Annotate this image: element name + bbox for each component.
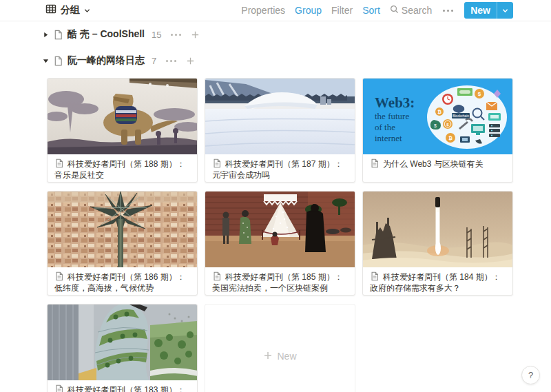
card-title: 科技爱好者周刊（第 187 期）：元宇宙会成功吗 (205, 154, 355, 182)
help-button[interactable]: ? (521, 366, 540, 384)
sort-button[interactable]: Sort (362, 5, 380, 16)
collapse-toggle-icon[interactable] (39, 54, 52, 67)
svg-text:Blockchain: Blockchain (453, 114, 469, 118)
view-title: 分组 (61, 4, 80, 17)
card-title: 科技爱好者周刊（第 186 期）：低纬度，高海拔，气候优势 (48, 267, 197, 295)
group-button[interactable]: Group (295, 5, 322, 16)
view-toolbar: Properties Group Filter Sort Search New (241, 2, 513, 19)
group-add-icon[interactable] (186, 56, 195, 65)
properties-button[interactable]: Properties (241, 5, 285, 16)
card-cover-city-star (48, 192, 197, 267)
question-mark-icon: ? (528, 370, 533, 380)
card-issue-188[interactable]: 科技爱好者周刊（第 188 期）：音乐是反社交 (47, 78, 198, 183)
chevron-down-icon (84, 4, 90, 17)
card-title: 科技爱好者周刊（第 185 期）：美国宪法拍卖，一个区块链案例 (205, 267, 355, 295)
group-row-coolshell: 酷 壳 – CoolShell 15 (39, 25, 551, 43)
plus-icon (263, 351, 273, 362)
card-cover-web3: $ ₿ Blockchain $ $ ₿ (363, 79, 512, 154)
card-issue-186[interactable]: 科技爱好者周刊（第 186 期）：低纬度，高海拔，气候优势 (47, 191, 198, 296)
card-issue-187[interactable]: 科技爱好者周刊（第 187 期）：元宇宙会成功吗 (205, 78, 355, 183)
group-list: 酷 壳 – CoolShell 15 阮一峰的网络日志 7 (0, 21, 551, 70)
svg-text:₿: ₿ (437, 110, 441, 114)
more-icon[interactable] (441, 8, 455, 13)
svg-text:the future: the future (375, 111, 409, 121)
group-row-ruanyifeng: 阮一峰的网络日志 7 (39, 52, 551, 70)
svg-text:₿: ₿ (448, 136, 453, 141)
card-issue-184[interactable]: 科技爱好者周刊（第 184 期）：政府的存储需求有多大？ (362, 191, 513, 296)
card-cover-plaza-tent (205, 192, 355, 267)
filter-button[interactable]: Filter (331, 5, 353, 16)
svg-text:of the: of the (375, 122, 395, 132)
new-card-button[interactable]: New (205, 304, 355, 392)
card-cover-snow-building (205, 79, 355, 154)
svg-text:$: $ (478, 91, 481, 97)
card-title: 为什么 Web3 与区块链有关 (363, 154, 512, 174)
table-view-icon (45, 3, 56, 17)
card-web3[interactable]: $ ₿ Blockchain $ $ ₿ (362, 78, 513, 183)
svg-text:Web3:: Web3: (375, 94, 415, 111)
card-title: 科技爱好者周刊（第 183 期）：腾讯的员工退休福利 (48, 380, 197, 392)
page-icon (53, 30, 63, 40)
card-title: 科技爱好者周刊（第 188 期）：音乐是反社交 (48, 154, 197, 182)
view-header: 分组 Properties Group Filter Sort Search N… (0, 0, 551, 21)
view-switcher[interactable]: 分组 (45, 3, 90, 17)
new-dropdown-button[interactable] (497, 8, 513, 14)
gallery-grid: 科技爱好者周刊（第 188 期）：音乐是反社交 (47, 78, 551, 392)
card-issue-183[interactable]: 科技爱好者周刊（第 183 期）：腾讯的员工退休福利 (47, 304, 198, 392)
group-title: 阮一峰的网络日志 (67, 54, 145, 67)
group-count: 15 (152, 30, 161, 40)
card-issue-185[interactable]: 科技爱好者周刊（第 185 期）：美国宪法拍卖，一个区块链案例 (205, 191, 355, 296)
group-count: 7 (152, 56, 156, 66)
card-title: 科技爱好者周刊（第 184 期）：政府的存储需求有多大？ (363, 267, 512, 295)
card-cover-spiral-tower (48, 305, 197, 380)
group-more-icon[interactable] (171, 34, 181, 36)
new-card-label: New (277, 351, 296, 362)
group-add-icon[interactable] (191, 30, 200, 39)
search-button[interactable]: Search (390, 5, 432, 16)
search-label: Search (402, 5, 432, 16)
page-icon (53, 56, 63, 66)
new-button-label: New (464, 5, 497, 16)
svg-text:$: $ (434, 123, 437, 128)
new-button[interactable]: New (464, 2, 513, 19)
group-title: 酷 壳 – CoolShell (67, 28, 145, 41)
group-more-icon[interactable] (166, 60, 176, 62)
search-icon (390, 5, 399, 16)
card-cover-dinosaur-museum (48, 79, 197, 154)
card-cover-rocket-launch (363, 192, 512, 267)
svg-text:internet: internet (375, 133, 402, 143)
expand-toggle-icon[interactable] (39, 28, 52, 41)
